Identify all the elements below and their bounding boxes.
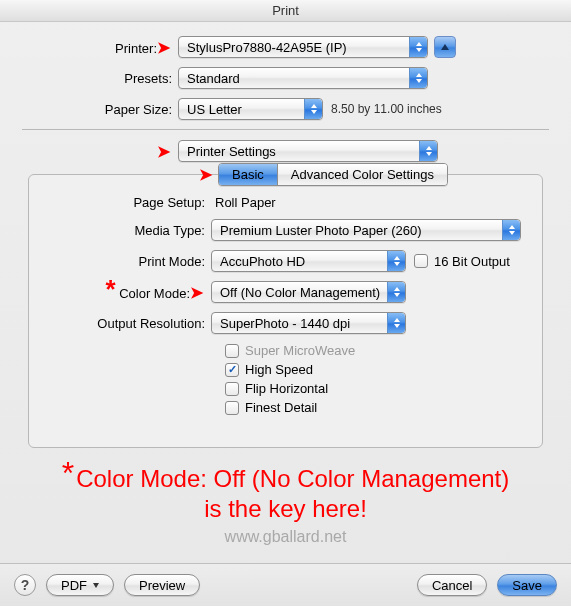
help-button[interactable]: ?: [14, 574, 36, 596]
flip-horizontal-checkbox[interactable]: [225, 382, 239, 396]
cancel-button[interactable]: Cancel: [417, 574, 487, 596]
annotation-arrow-icon: ➤: [199, 165, 212, 184]
high-speed-label: High Speed: [245, 362, 313, 377]
presets-label: Presets:: [28, 71, 178, 86]
watermark-text: www.gballard.net: [28, 528, 543, 546]
papersize-dimensions: 8.50 by 11.00 inches: [331, 102, 442, 116]
color-mode-select[interactable]: Off (No Color Management): [211, 281, 406, 303]
annotation-arrow: ➤: [28, 142, 178, 161]
flip-horizontal-label: Flip Horizontal: [245, 381, 328, 396]
save-button[interactable]: Save: [497, 574, 557, 596]
annotation-asterisk-icon: *: [62, 464, 74, 482]
papersize-label: Paper Size:: [28, 102, 178, 117]
papersize-value: US Letter: [187, 102, 242, 117]
tabs-segment: Basic Advanced Color Settings: [218, 163, 448, 186]
divider: [22, 129, 549, 130]
finest-detail-checkbox[interactable]: [225, 401, 239, 415]
high-speed-checkbox[interactable]: [225, 363, 239, 377]
printer-label: Printer:➤: [28, 38, 178, 57]
annotation-callout: *Color Mode: Off (No Color Management) i…: [28, 464, 543, 524]
presets-value: Standard: [187, 71, 240, 86]
dialog-content: Printer:➤ StylusPro7880-42A95E (IP) Pres…: [0, 22, 571, 563]
print-mode-label: Print Mode:: [43, 254, 211, 269]
papersize-select[interactable]: US Letter: [178, 98, 323, 120]
dropdown-arrows-icon: [387, 313, 405, 333]
disclosure-button[interactable]: [434, 36, 456, 58]
dropdown-arrows-icon: [419, 141, 437, 161]
sixteen-bit-label: 16 Bit Output: [434, 254, 510, 269]
dropdown-arrows-icon: [409, 37, 427, 57]
media-type-select[interactable]: Premium Luster Photo Paper (260): [211, 219, 521, 241]
media-type-value: Premium Luster Photo Paper (260): [220, 223, 422, 238]
print-mode-select[interactable]: AccuPhoto HD: [211, 250, 406, 272]
dialog-footer: ? PDF Preview Cancel Save: [0, 563, 571, 606]
page-setup-label: Page Setup:: [43, 195, 211, 210]
super-microweave-label: Super MicroWeave: [245, 343, 355, 358]
dropdown-arrows-icon: [409, 68, 427, 88]
dropdown-arrows-icon: [387, 282, 405, 302]
presets-select[interactable]: Standard: [178, 67, 428, 89]
print-dialog: Print Printer:➤ StylusPro7880-42A95E (IP…: [0, 0, 571, 606]
annotation-arrow-icon: ➤: [190, 284, 203, 301]
annotation-asterisk-icon: *: [105, 274, 115, 304]
sixteen-bit-checkbox[interactable]: [414, 254, 428, 268]
pdf-menu-button[interactable]: PDF: [46, 574, 114, 596]
section-select[interactable]: Printer Settings: [178, 140, 438, 162]
preview-button[interactable]: Preview: [124, 574, 200, 596]
dropdown-arrows-icon: [387, 251, 405, 271]
finest-detail-label: Finest Detail: [245, 400, 317, 415]
color-mode-label: * Color Mode:➤: [43, 283, 211, 302]
section-value: Printer Settings: [187, 144, 276, 159]
printer-select[interactable]: StylusPro7880-42A95E (IP): [178, 36, 428, 58]
page-setup-value: Roll Paper: [211, 195, 276, 210]
tab-basic[interactable]: Basic: [219, 164, 278, 185]
output-resolution-label: Output Resolution:: [43, 316, 211, 331]
media-type-label: Media Type:: [43, 223, 211, 238]
print-mode-value: AccuPhoto HD: [220, 254, 305, 269]
annotation-arrow-icon: ➤: [157, 39, 170, 56]
output-resolution-select[interactable]: SuperPhoto - 1440 dpi: [211, 312, 406, 334]
printer-settings-group: ➤ Basic Advanced Color Settings Page Set…: [28, 174, 543, 448]
dropdown-arrows-icon: [304, 99, 322, 119]
window-title: Print: [0, 0, 571, 22]
super-microweave-checkbox: [225, 344, 239, 358]
printer-value: StylusPro7880-42A95E (IP): [187, 40, 347, 55]
tab-advanced-color[interactable]: Advanced Color Settings: [278, 164, 447, 185]
dropdown-arrows-icon: [502, 220, 520, 240]
annotation-arrow-icon: ➤: [157, 143, 170, 160]
output-resolution-value: SuperPhoto - 1440 dpi: [220, 316, 350, 331]
color-mode-value: Off (No Color Management): [220, 285, 380, 300]
